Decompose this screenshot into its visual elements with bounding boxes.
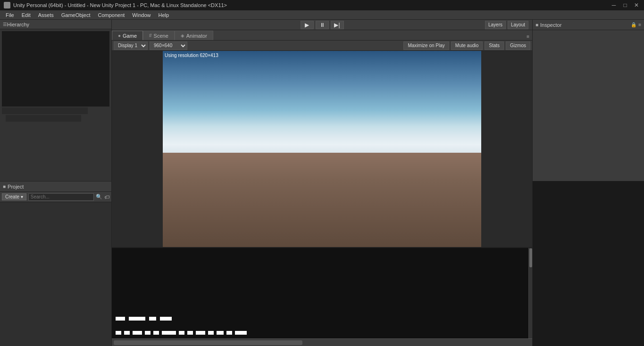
create-button[interactable]: Create ▾ bbox=[2, 193, 26, 200]
menu-assets[interactable]: Assets bbox=[34, 11, 58, 19]
center-top-right: Layers Layout bbox=[485, 21, 528, 29]
resolution-select[interactable]: 960×640 bbox=[150, 41, 187, 50]
game-tab-icon: ● bbox=[118, 33, 121, 38]
scene-tab-icon: # bbox=[149, 33, 152, 38]
game-toolbar: Display 1 960×640 Maximize on Play Mute … bbox=[112, 41, 532, 51]
main-layout: ☰ Hierarchy ■ Project Create ▾ 🔍 🏷 bbox=[0, 20, 644, 346]
tab-game[interactable]: ● Game bbox=[112, 31, 143, 40]
tab-scene-label: Scene bbox=[154, 33, 168, 39]
project-search-input[interactable] bbox=[28, 193, 94, 201]
inspector-options-icon[interactable]: ≡ bbox=[638, 22, 641, 27]
tab-scene[interactable]: # Scene bbox=[143, 31, 175, 40]
project-header: ■ Project bbox=[0, 181, 111, 192]
tab-bar: ● Game # Scene ◈ Animator ≡ bbox=[112, 30, 532, 41]
left-panel: ☰ Hierarchy ■ Project Create ▾ 🔍 🏷 bbox=[0, 20, 112, 346]
title-bar: Unity Personal (64bit) - Untitled - New … bbox=[0, 0, 644, 10]
center-panel: ▶ ⏸ ▶| Layers Layout ● Game # Scene ◈ An… bbox=[112, 20, 532, 346]
game-viewport: Using resolution 620×413 bbox=[163, 51, 481, 247]
project-panel: ■ Project Create ▾ 🔍 🏷 bbox=[0, 181, 111, 346]
tab-animator[interactable]: ◈ Animator bbox=[175, 31, 213, 40]
project-title: Project bbox=[8, 184, 24, 189]
game-side-right bbox=[481, 51, 532, 247]
search-icon[interactable]: 🔍 bbox=[96, 194, 102, 200]
project-toolbar: Create ▾ 🔍 🏷 bbox=[0, 192, 111, 202]
gizmos-button[interactable]: Gizmos bbox=[506, 41, 530, 50]
hierarchy-header: ☰ Hierarchy bbox=[0, 20, 111, 29]
hierarchy-section: ☰ Hierarchy bbox=[0, 20, 111, 181]
layers-button[interactable]: Layers bbox=[485, 21, 506, 29]
game-area: Using resolution 620×413 bbox=[112, 51, 532, 247]
inspector-header: ■ Inspector 🔒 ≡ bbox=[533, 20, 644, 30]
menu-file[interactable]: File bbox=[2, 11, 18, 19]
center-top-bar: ▶ ⏸ ▶| Layers Layout bbox=[112, 20, 532, 30]
console-horizontal-scrollbar[interactable] bbox=[114, 340, 302, 345]
resolution-text: Using resolution 620×413 bbox=[165, 53, 218, 58]
sky-gradient bbox=[163, 51, 481, 159]
lock-icon[interactable]: 🔒 bbox=[631, 22, 636, 27]
hierarchy-icon: ☰ bbox=[3, 22, 7, 27]
unity-icon bbox=[4, 2, 10, 8]
tab-options-button[interactable]: ≡ bbox=[524, 33, 532, 40]
inspector-icon: ■ bbox=[535, 22, 538, 27]
project-icon: ■ bbox=[3, 184, 6, 189]
console-scrollbar[interactable] bbox=[528, 248, 532, 346]
menu-gameobject[interactable]: GameObject bbox=[58, 11, 94, 19]
close-button[interactable]: ✕ bbox=[633, 1, 640, 9]
layout-button[interactable]: Layout bbox=[508, 21, 528, 29]
menu-bar: File Edit Assets GameObject Component Wi… bbox=[0, 10, 644, 20]
mute-audio-button[interactable]: Mute audio bbox=[451, 41, 483, 50]
menu-edit[interactable]: Edit bbox=[18, 11, 34, 19]
ground-plane bbox=[163, 153, 481, 247]
hierarchy-content bbox=[0, 29, 111, 181]
hierarchy-title: Hierarchy bbox=[7, 22, 29, 27]
filter-icon[interactable]: 🏷 bbox=[104, 194, 109, 200]
window-title: Unity Personal (64bit) - Untitled - New … bbox=[13, 2, 610, 8]
right-panel: ■ Inspector 🔒 ≡ bbox=[532, 20, 644, 346]
stats-button[interactable]: Stats bbox=[485, 41, 504, 50]
menu-component[interactable]: Component bbox=[94, 11, 128, 19]
window-controls: ─ □ ✕ bbox=[610, 1, 640, 9]
project-content bbox=[0, 202, 111, 346]
display-select[interactable]: Display 1 bbox=[114, 41, 148, 50]
play-button[interactable]: ▶ bbox=[301, 21, 314, 29]
step-button[interactable]: ▶| bbox=[331, 21, 344, 29]
inspector-content bbox=[533, 30, 644, 181]
maximize-on-play-button[interactable]: Maximize on Play bbox=[403, 41, 449, 50]
console-area bbox=[112, 247, 532, 346]
minimize-button[interactable]: ─ bbox=[610, 1, 618, 9]
tab-animator-label: Animator bbox=[186, 33, 207, 39]
animator-tab-icon: ◈ bbox=[181, 33, 184, 38]
inspector-bottom bbox=[533, 181, 644, 346]
console-inner bbox=[112, 248, 528, 338]
menu-help[interactable]: Help bbox=[154, 11, 173, 19]
pause-button[interactable]: ⏸ bbox=[316, 21, 329, 29]
inspector-title: Inspector bbox=[540, 22, 631, 28]
console-scrollbar-thumb[interactable] bbox=[529, 248, 532, 267]
menu-window[interactable]: Window bbox=[128, 11, 154, 19]
maximize-button[interactable]: □ bbox=[621, 1, 629, 9]
console-bottom-bar bbox=[112, 338, 532, 346]
tab-game-label: Game bbox=[123, 33, 137, 39]
game-side-left bbox=[112, 51, 163, 247]
